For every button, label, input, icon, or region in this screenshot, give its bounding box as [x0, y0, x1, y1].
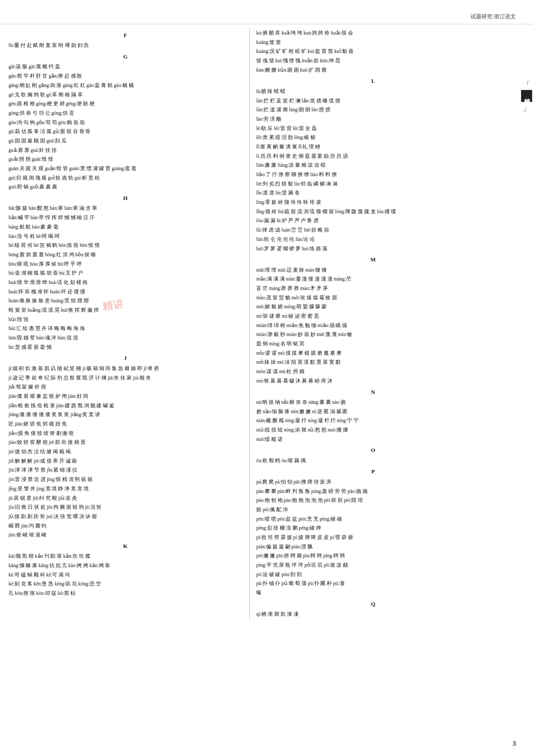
- page-number: 3: [513, 740, 516, 747]
- text-jiao3: jiào:较 轿 窖 酵 校 jiē:阶 街 接 精 晋: [9, 438, 243, 447]
- text-kang: kāng:慷 糠 康 kàng:抗 炕 亢 kāo:拷 拷 kǎo:烤 靠: [9, 561, 243, 570]
- text-la: là:腊 辣 蜡 蜡: [256, 87, 491, 96]
- text-liao: liǎo:了 疗 僚 察 聊 撩 缭 liào:料 料 撩: [256, 170, 491, 179]
- section-k: K: [9, 541, 243, 551]
- text-gua: guǎ:寡 寡 guà:卦 挂 挂: [9, 146, 243, 155]
- text-lou: lòu:漏 漏 lù:炉 芦 芦 卢 鲁 虏: [256, 216, 491, 225]
- text-he: hé:核 荷 何 hē:贺 褐 鹤 hén:痕 痕 hèn:恨 恨: [9, 241, 243, 250]
- text-guo: guō:郭 锅 guǒ:裹 裹 裹: [9, 182, 243, 191]
- text-li1: lǐ:厘 离 鹂 藜 漓 篱 lǐ:礼 理 鲤: [256, 142, 491, 151]
- text-pi1: pī:批 坯 劈 霹 披 pí:疲 脾 啤 皮 皮 pí:譬 辟 僻: [256, 533, 491, 542]
- text-jiu2: jìu:旧 救 日 状 处 jiù:拘 捆 据 狙 驹 jū:沮 矩: [9, 503, 243, 512]
- text-mao: mào:茂 冒 贸 貌 méi:玫 煤 煤 霉 枚 眉: [256, 293, 491, 302]
- text-ji2: jì:迹 记 季 叔 奇 纪 际 剂 总 祭 冀 既 济 计 继 jiā:夹 佳…: [9, 374, 243, 382]
- text-ling1: líng:零 龄 岭 陵 玲 伶 聆 玲 凌: [256, 198, 491, 207]
- side-bracket-top: 「: [523, 80, 530, 90]
- text-jiao2: jiǎo:搅 角 佬 狡 绞 矫 剿 缴 咬: [9, 429, 243, 438]
- text-mou: móu:谋 谋 mú:杜 捋 姆: [256, 367, 491, 376]
- section-n: N: [256, 387, 491, 397]
- text-guai: guǎi:拐 拐 guài:怪 怪: [9, 155, 243, 164]
- text-hui2: hùi:汇 绘 惠 慧 卉 讳 晦 晦 晦 海 海: [9, 324, 243, 333]
- text-pu: pū:扑 铺 仆 pǔ:葡 萄 蒲 pú:扑 圃 朴 pú:潵: [256, 579, 491, 588]
- text-hai: hāi:骸 骇 hān:酣 憨 hán:寒 hàn:寒 涵 含 寒: [9, 204, 243, 213]
- text-jun: 崛 爵 jūn:均 菌 钧: [9, 521, 243, 530]
- text-mang: 盲 茫 máng:莽 莽 莽 máo:矛 矛 茅: [256, 284, 491, 293]
- right-column: kù:裤 酷 库 kuǎ:垮 垮 kuà:跨 跨 拎 kuǎi:筷 会 kuān…: [252, 29, 491, 619]
- text-fu: fù:覆 付 赴 赋 附 复 富 咐 缚 副 妇 负: [9, 41, 243, 50]
- text-mi: mí:弥 谜 靡 mì:秘 泌 密 蜜 觅: [256, 312, 491, 321]
- text-pian: pián:偏 篇 篇 翩 piāo:漂 飘: [256, 542, 491, 551]
- text-hao: hào:浩 号 耗 hē:呵 喝 呵: [9, 232, 243, 241]
- page: 试题研究·浙江语文 F fù:覆 付 赴 赋 附 复 富 咐 缚 副 妇 负 G…: [0, 0, 533, 756]
- column-divider: [249, 29, 250, 619]
- text-lin: lǐn:凛 凛 lín:赁 躏 各: [256, 188, 491, 197]
- text-lao: lào:劳 涝 酪: [256, 115, 491, 124]
- text-nian: nián:蘸 酿 糯 nìng:凝 拧 níng:凝 柠 拧 nìng:宁 宁: [256, 416, 491, 425]
- side-label-main: 精讲本: [521, 90, 532, 102]
- text-gang: gāng:纲 缸 刚 gǎng:岗 港 gàng:杠 杠 gāo:盖 膏 糕 g…: [9, 81, 243, 90]
- text-peng: péng:彭 排 棚 澎 鹏 péng:碰 掸: [256, 524, 491, 533]
- header-title: 试题研究·浙江语文: [470, 13, 516, 20]
- section-h: H: [9, 193, 243, 203]
- text-ju: jǔ:据 剧 剧 距 矩 jué:决 抉 觉 嚼 决 诀 倔: [9, 512, 243, 521]
- text-huang: 蝗 簧 皇 huǎng:谎 谎 晃 huī:恢 挥 辉 徽 挥: [9, 306, 243, 315]
- text-gui: guī:归 规 闺 瑰 规 guǐ:轨 诡 轨 guì:柜 贵 桂: [9, 174, 243, 182]
- text-jie2: jiě:解 解 解 jiè:戒 借 界 芥 诚 藉: [9, 457, 243, 466]
- text-miu: mǐu:谬 谬 mó:摸 摸 摩 模 膜 磨 魔 摹 摩: [256, 349, 491, 358]
- text-jiao1: 匠 jiāo:娇 骄 焦 郊 礁 跤 焦: [9, 420, 243, 429]
- text-lun: lún:轮 仑 沦 伦 伦 lùn:论 论: [256, 235, 491, 244]
- text-gou: gōu:沟 勾 钩 gǒu:苟 苟 gòu:购 垢 垢: [9, 118, 243, 127]
- side-label-container: 「 精讲本 」: [520, 80, 533, 113]
- text-luo: luō:罗 萝 逻 螺 锣 萝 luò:络 路 落: [256, 244, 491, 253]
- text-lian: liān:廉 廉 liáng:凉 量 粮 谅 谅 晾: [256, 161, 491, 170]
- section-q: Q: [256, 599, 491, 609]
- text-jin2: jìn:晋 浸 禁 近 进 jīng:惊 精 清 荆 兢 兢: [9, 475, 243, 484]
- text-ke: kē:苛 磕 蜗 颗 科 kě:可 渴 坷: [9, 571, 243, 579]
- content-area: F fù:覆 付 赴 赋 附 复 富 咐 缚 副 妇 负 G gāi:该 骸 g…: [0, 29, 533, 619]
- text-guan: guān:关 观 关 观 guǎn:馆 管 guàn:贯 惯 灌 罐 贯 guà…: [9, 164, 243, 173]
- text-man: mǎn:满 满 满 màn:蔓 漫 慢 漫 漫 漫 máng:茫: [256, 275, 491, 284]
- section-j: J: [9, 353, 243, 363]
- text-hu: hú:壶 湖 糊 狐 狐 胡 壶 hù:互 护 户: [9, 269, 243, 278]
- section-m: M: [256, 255, 491, 264]
- section-g: G: [9, 52, 243, 61]
- text-kui: 馈 傀 馈 kuì:愧 愦 愧 kuǎn:款 kūn:坤 昆: [256, 56, 491, 65]
- text-li2: lì:历 历 利 例 隶 史 俐 荔 粟 栗 励 历 历 沥: [256, 152, 491, 161]
- text-pei: 赔 pèi:佩 配 沛: [256, 505, 491, 514]
- text-gong: gōng:供 恭 弓 功 公 gòng:供 贡: [9, 109, 243, 118]
- page-header: 试题研究·浙江语文: [0, 13, 533, 24]
- text-mu: mù:牧 墓 暮 慕 穆 沐 募 募 睦 瘁 沐: [256, 377, 491, 385]
- text-jian1: jiān:僵 肩 艰 兼 监 斩 妒 闸 jiān:好 间: [9, 392, 243, 401]
- text-jia: jiǎ:驾 架 嫁 价 假: [9, 382, 243, 391]
- text-gai: gāi:该 骸 gài:溉 概 钙 盖: [9, 62, 243, 71]
- text-pan: pān:攀 攀 pàn:畔 判 叛 叛 páng:庞 磅 劳 劳 pāo:抛 抛: [256, 487, 491, 496]
- text-hou: hōu:呕 吼 hòu:厚 厚 候 hū:呼 乎 呼: [9, 260, 243, 269]
- text-kun: kùn:捆 捆 kǔn:困 困 kuò:扩 阔 廓: [256, 66, 491, 75]
- text-hang: háng:航 航 háo:豪 豪 毫: [9, 223, 243, 232]
- text-jian2: jiǎn:检 捡 拣 俭 检 束 jiàn:建 践 戬 涧 舰 建 碱 鉴: [9, 401, 243, 410]
- text-hong: hōng:轰 烘 轰 轰 hóng:红 洪 鸿 hǒu:侯 喉: [9, 250, 243, 259]
- text-pie: pié:撇 撇 pīn:拼 聘 频 pìn:聘 聘 pīng:聘 聘: [256, 551, 491, 560]
- text-gan: gān:柑 竿 杆 肝 甘 gǎn:擀 赶 感 散: [9, 72, 243, 81]
- text-min: 皿 悯 míng:名 明 铭 冥: [256, 339, 491, 348]
- side-bracket-bottom: 」: [523, 103, 530, 113]
- text-huo: hù:货 感 霍 获 藿 惆: [9, 343, 243, 352]
- text-na: nà:呐 捺 纳 nǎi:耐 奈 奈 nāng:囊 囊 nào:挠: [256, 398, 491, 407]
- text-mai: māi:埋 埋 mài:迈 麦 脉 mán:馒 馒: [256, 266, 491, 275]
- text-pa: pá:爬 爬 pà:怕 怕 pāi:拂 牌 徘 派 湃: [256, 478, 491, 487]
- text-ge: gē:戈 歌 搁 鸽 歌 gé:革 阁 格 隔 革: [9, 90, 243, 99]
- text-mo: mǒ:抹 抹 mò:沫 陌 莫 漠 默 墨 菜 寞 默: [256, 358, 491, 367]
- text-mian: mián:绵 绵 棉 miǎn:免 勉 缅 miǎo:描 瞄 描: [256, 321, 491, 330]
- text-huai: huái:怀 坏 槐 准 怀 huán:环 还 缓 缓: [9, 287, 243, 296]
- text-lie: liē:列 劣 烈 猎 裂 lín:邻 临 磷 鳞 淋 淋: [256, 180, 491, 188]
- text-hun: hūn:昏 婚 荤 hún:魂 淬 hùn:混 混: [9, 333, 243, 342]
- text-kai: kāi:慨 凯 楷 kǎn:刊 勘 堪 kǎn:坎 坎 槛: [9, 552, 243, 561]
- text-hui1: hǔi:毁 毁: [9, 315, 243, 324]
- text-pao: páo:炮 刨 袍 pào:炮 炮 泡 泡 泡 pēi:胚 胚 pèi:陪 培: [256, 496, 491, 505]
- text-pen: pēn:喷 喷 pén:盆 盆 pén:烹 烹 pèng:碰 碰: [256, 515, 491, 524]
- text-ku: kù:裤 酷 库 kuǎ:垮 垮 kuà:跨 跨 拎 kuǎi:筷 会: [256, 29, 491, 38]
- text-gen: gēn:跟 根 根 gèng:梗 更 耕 gēng:埂 耿 梗: [9, 99, 243, 108]
- text-jing: jǐng:景 警 井 jìng:竟 境 静 净 竟 竟 境: [9, 484, 243, 493]
- section-l: L: [256, 76, 491, 86]
- text-kuang2: kuàng:况 矿 旷 框 眶 旷 kuí:盔 窟 窟 kuǐ:魁 葵: [256, 47, 491, 56]
